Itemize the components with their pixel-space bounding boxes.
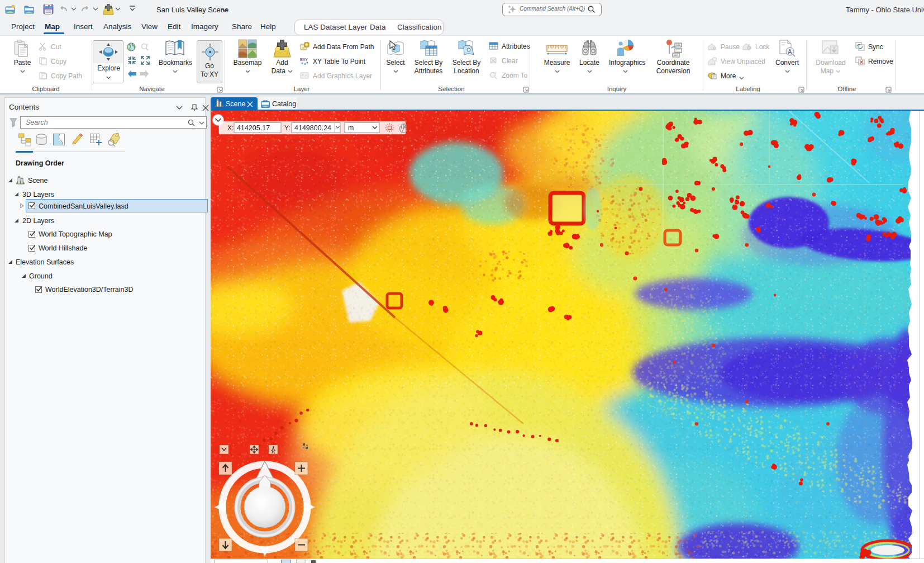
svg-text:414205.17: 414205.17 — [237, 124, 270, 132]
svg-text:Y:: Y: — [284, 124, 290, 132]
svg-text:m: m — [348, 124, 354, 132]
svg-text:A: A — [788, 49, 792, 55]
svg-text:X:: X: — [227, 124, 234, 132]
svg-text:4149800.24: 4149800.24 — [294, 124, 331, 132]
svg-text:EXY: EXY — [300, 58, 308, 61]
